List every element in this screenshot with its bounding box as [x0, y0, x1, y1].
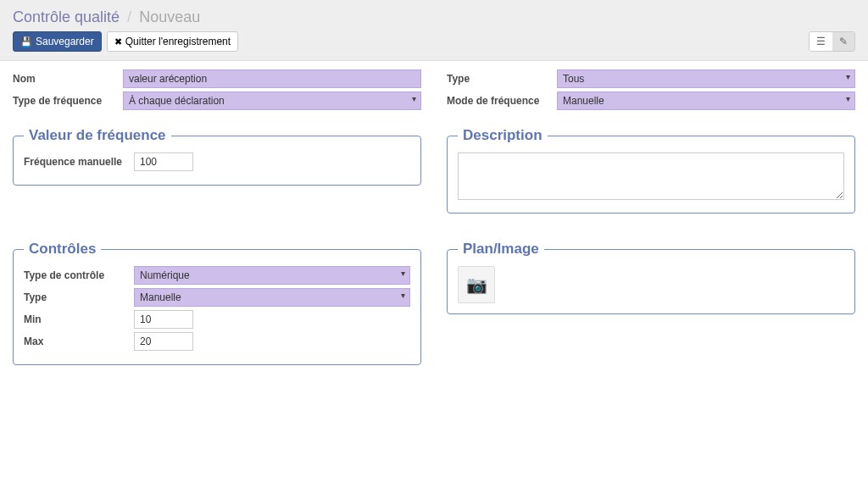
- save-icon: 💾: [20, 36, 32, 47]
- view-switcher: ☰ ✎: [809, 31, 855, 52]
- controls-type-select[interactable]: Manuelle: [134, 288, 410, 307]
- control-bar: 💾 Sauvegarder ✖ Quitter l'enregistrement…: [13, 31, 855, 60]
- description-textarea[interactable]: [458, 153, 844, 200]
- camera-icon: 📷: [466, 275, 487, 295]
- nom-input[interactable]: [123, 69, 421, 88]
- close-icon: ✖: [114, 36, 122, 47]
- freq-mode-label: Mode de fréquence: [447, 95, 557, 107]
- plan-image-legend: Plan/Image: [458, 241, 544, 258]
- controls-type-label: Type: [24, 291, 134, 303]
- manual-freq-input[interactable]: [134, 153, 193, 171]
- max-input[interactable]: [134, 332, 193, 351]
- groups-row-1: Valeur de fréquence Fréquence manuelle D…: [13, 114, 855, 227]
- freq-mode-select[interactable]: Manuelle: [557, 92, 855, 110]
- freq-type-select[interactable]: À chaque déclaration: [123, 92, 421, 110]
- top-left-col: Nom Type de fréquence À chaque déclarati…: [13, 69, 421, 114]
- controls-legend: Contrôles: [24, 241, 101, 258]
- breadcrumb-current: Nouveau: [139, 8, 200, 25]
- edit-icon: ✎: [839, 36, 848, 47]
- type-select[interactable]: Tous: [557, 69, 855, 88]
- list-icon: ☰: [816, 36, 826, 47]
- save-button[interactable]: 💾 Sauvegarder: [13, 31, 102, 52]
- view-list-button[interactable]: ☰: [810, 32, 832, 51]
- discard-label: Quitter l'enregistrement: [125, 36, 231, 47]
- save-label: Sauvegarder: [36, 36, 94, 47]
- control-type-label: Type de contrôle: [24, 269, 134, 281]
- frequency-legend: Valeur de fréquence: [24, 127, 171, 144]
- description-group: Description: [447, 127, 855, 214]
- nom-label: Nom: [13, 73, 123, 85]
- breadcrumb-root-link[interactable]: Contrôle qualité: [13, 8, 120, 25]
- max-label: Max: [24, 336, 134, 347]
- top-fields-row: Nom Type de fréquence À chaque déclarati…: [13, 69, 855, 114]
- buttons-left: 💾 Sauvegarder ✖ Quitter l'enregistrement: [13, 31, 238, 52]
- discard-button[interactable]: ✖ Quitter l'enregistrement: [107, 31, 238, 52]
- image-placeholder[interactable]: 📷: [458, 266, 495, 303]
- breadcrumb: Contrôle qualité / Nouveau: [13, 0, 855, 31]
- frequency-group: Valeur de fréquence Fréquence manuelle: [13, 127, 421, 186]
- groups-row-2: Contrôles Type de contrôle Numérique Typ…: [13, 227, 855, 379]
- min-label: Min: [24, 313, 134, 325]
- control-panel: Contrôle qualité / Nouveau 💾 Sauvegarder…: [0, 0, 868, 61]
- manual-freq-label: Fréquence manuelle: [24, 156, 134, 168]
- control-type-select[interactable]: Numérique: [134, 266, 410, 285]
- breadcrumb-sep: /: [127, 8, 131, 25]
- top-right-col: Type Tous Mode de fréquence Manuelle: [447, 69, 855, 114]
- min-input[interactable]: [134, 310, 193, 329]
- form-sheet: Nom Type de fréquence À chaque déclarati…: [0, 61, 868, 387]
- freq-type-label: Type de fréquence: [13, 95, 123, 107]
- description-legend: Description: [458, 127, 548, 144]
- type-label: Type: [447, 73, 557, 85]
- controls-group: Contrôles Type de contrôle Numérique Typ…: [13, 241, 421, 365]
- plan-image-group: Plan/Image 📷: [447, 241, 855, 314]
- view-form-button[interactable]: ✎: [832, 32, 854, 51]
